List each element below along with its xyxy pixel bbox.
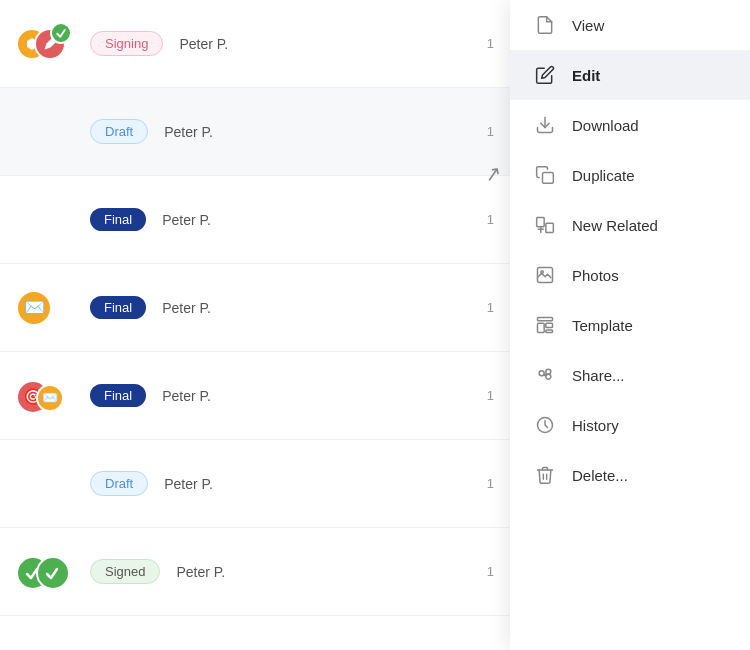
row-number: 1 — [474, 476, 494, 491]
avatar-group — [16, 28, 74, 60]
person-name: Peter P. — [176, 564, 458, 580]
new-related-icon — [534, 214, 556, 236]
status-badge: Final — [90, 384, 146, 407]
menu-item-photos[interactable]: Photos — [510, 250, 750, 300]
row-number: 1 — [474, 36, 494, 51]
file-icon — [534, 14, 556, 36]
status-badge: Draft — [90, 119, 148, 144]
table-row[interactable]: ✉️ Final Peter P. 1 — [0, 264, 510, 352]
svg-rect-9 — [538, 323, 545, 332]
row-number: 1 — [474, 388, 494, 403]
menu-item-new-related[interactable]: New Related — [510, 200, 750, 250]
status-badge: Signed — [90, 559, 160, 584]
table-area: Signing Peter P. 1 Draft Peter P. 1 Fina… — [0, 0, 510, 650]
avatar-group — [16, 556, 74, 588]
template-icon — [534, 314, 556, 336]
share-icon — [534, 364, 556, 386]
menu-label: View — [572, 17, 604, 34]
menu-label: Template — [572, 317, 633, 334]
person-name: Peter P. — [164, 124, 458, 140]
menu-label: Duplicate — [572, 167, 635, 184]
svg-rect-11 — [546, 330, 553, 333]
svg-rect-10 — [546, 323, 553, 327]
status-badge: Signing — [90, 31, 163, 56]
table-row[interactable]: Final Peter P. 1 — [0, 176, 510, 264]
edit-icon — [534, 64, 556, 86]
svg-rect-2 — [537, 218, 545, 227]
menu-label: Edit — [572, 67, 600, 84]
svg-rect-8 — [538, 318, 553, 321]
person-name: Peter P. — [179, 36, 458, 52]
menu-item-duplicate[interactable]: Duplicate — [510, 150, 750, 200]
row-number: 1 — [474, 124, 494, 139]
menu-label: Photos — [572, 267, 619, 284]
row-number: 1 — [474, 300, 494, 315]
menu-item-download[interactable]: Download — [510, 100, 750, 150]
person-name: Peter P. — [164, 476, 458, 492]
table-row[interactable]: Draft Peter P. 1 — [0, 440, 510, 528]
avatar-group: 🎯 ✉️ — [16, 380, 74, 412]
svg-point-7 — [541, 271, 544, 274]
row-number: 1 — [474, 564, 494, 579]
status-badge: Final — [90, 208, 146, 231]
person-name: Peter P. — [162, 212, 458, 228]
menu-item-view[interactable]: View — [510, 0, 750, 50]
table-row[interactable]: Draft Peter P. 1 — [0, 88, 510, 176]
status-badge: Draft — [90, 471, 148, 496]
photos-icon — [534, 264, 556, 286]
menu-item-delete[interactable]: Delete... — [510, 450, 750, 500]
menu-label: Share... — [572, 367, 625, 384]
person-name: Peter P. — [162, 300, 458, 316]
menu-label: History — [572, 417, 619, 434]
avatar-group: ✉️ — [16, 290, 74, 326]
table-row[interactable]: Signed Peter P. 1 — [0, 528, 510, 616]
menu-label: Download — [572, 117, 639, 134]
menu-label: New Related — [572, 217, 658, 234]
menu-item-edit[interactable]: Edit — [510, 50, 750, 100]
history-icon — [534, 414, 556, 436]
duplicate-icon — [534, 164, 556, 186]
download-icon — [534, 114, 556, 136]
menu-item-template[interactable]: Template — [510, 300, 750, 350]
menu-item-history[interactable]: History — [510, 400, 750, 450]
menu-item-share[interactable]: Share... — [510, 350, 750, 400]
row-number: 1 — [474, 212, 494, 227]
svg-rect-3 — [546, 223, 554, 232]
delete-icon — [534, 464, 556, 486]
context-menu: View Edit Download Duplicate — [510, 0, 750, 650]
table-row[interactable]: Signing Peter P. 1 — [0, 0, 510, 88]
table-row[interactable]: 🎯 ✉️ Final Peter P. 1 — [0, 352, 510, 440]
svg-rect-1 — [543, 173, 554, 184]
person-name: Peter P. — [162, 388, 458, 404]
menu-label: Delete... — [572, 467, 628, 484]
status-badge: Final — [90, 296, 146, 319]
